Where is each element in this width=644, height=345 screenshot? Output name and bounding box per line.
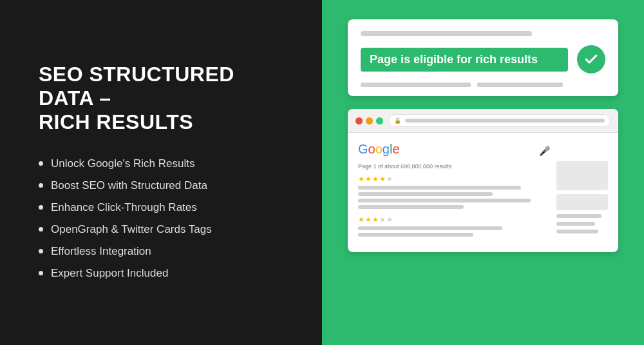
result-line — [358, 205, 464, 209]
sub-bar — [477, 83, 563, 87]
bullet-dot — [39, 227, 43, 232]
bullet-dot — [39, 161, 43, 166]
result-line — [358, 226, 502, 230]
results-count: Page 1 of about 690,000,000 results — [358, 163, 550, 170]
browser-dots — [355, 117, 383, 124]
list-item: OpenGraph & Twitter Cards Tags — [39, 223, 290, 236]
sub-bar — [361, 83, 471, 87]
main-title: SEO STRUCTURED DATA – RICH RESULTS — [39, 63, 290, 133]
result-line — [358, 186, 521, 190]
browser-side-column — [556, 142, 608, 243]
bullet-dot — [39, 205, 43, 210]
list-item: Effortless Integration — [39, 245, 290, 258]
dot-red — [355, 117, 363, 124]
list-item: Unlock Google's Rich Results — [39, 157, 290, 170]
rich-card-main-row: Page is eligible for rich results — [361, 45, 605, 74]
dot-yellow — [366, 117, 373, 124]
search-result-2: ★ ★ ★ ★ ★ — [358, 215, 550, 237]
browser-content: Google 🎤 Page 1 of about 690,000,000 res… — [348, 133, 618, 252]
dot-green — [376, 117, 383, 124]
result-line — [358, 233, 473, 237]
side-line — [556, 230, 598, 233]
checkmark-icon — [583, 52, 599, 67]
side-image-box — [556, 161, 608, 190]
side-line — [556, 214, 601, 218]
lock-icon: 🔒 — [394, 117, 401, 124]
checkmark-circle — [577, 45, 605, 74]
result-line — [358, 192, 493, 196]
browser-card: 🔒 Google 🎤 Page 1 of about 690,000,000 r… — [348, 109, 618, 252]
stars-row-1: ★ ★ ★ ★ ★ — [358, 175, 550, 183]
left-panel: SEO STRUCTURED DATA – RICH RESULTS Unloc… — [0, 0, 322, 345]
rich-card-sub-bars — [361, 83, 605, 87]
bullet-dot — [39, 271, 43, 275]
google-logo: Google — [358, 142, 400, 157]
rich-results-card: Page is eligible for rich results — [348, 19, 618, 96]
browser-chrome-bar: 🔒 — [348, 109, 618, 133]
feature-list: Unlock Google's Rich Results Boost SEO w… — [39, 157, 290, 289]
card-top-bar — [361, 31, 532, 36]
side-line — [556, 222, 595, 226]
rich-results-label: Page is eligible for rich results — [361, 48, 568, 72]
side-image-box — [556, 194, 608, 210]
list-item: Boost SEO with Structured Data — [39, 179, 290, 192]
bullet-dot — [39, 249, 43, 253]
browser-main-column: Google 🎤 Page 1 of about 690,000,000 res… — [358, 142, 550, 243]
google-search-row: Google 🎤 — [358, 142, 550, 159]
search-result-1: ★ ★ ★ ★ ★ — [358, 175, 550, 209]
address-bar-text — [405, 119, 605, 123]
result-line — [358, 199, 531, 202]
right-panel: Page is eligible for rich results 🔒 — [322, 0, 644, 345]
list-item: Expert Support Included — [39, 267, 290, 280]
list-item: Enhance Click-Through Rates — [39, 201, 290, 214]
bullet-dot — [39, 183, 43, 188]
address-bar: 🔒 — [388, 114, 611, 127]
mic-icon: 🎤 — [539, 146, 550, 156]
stars-row-2: ★ ★ ★ ★ ★ — [358, 215, 550, 224]
